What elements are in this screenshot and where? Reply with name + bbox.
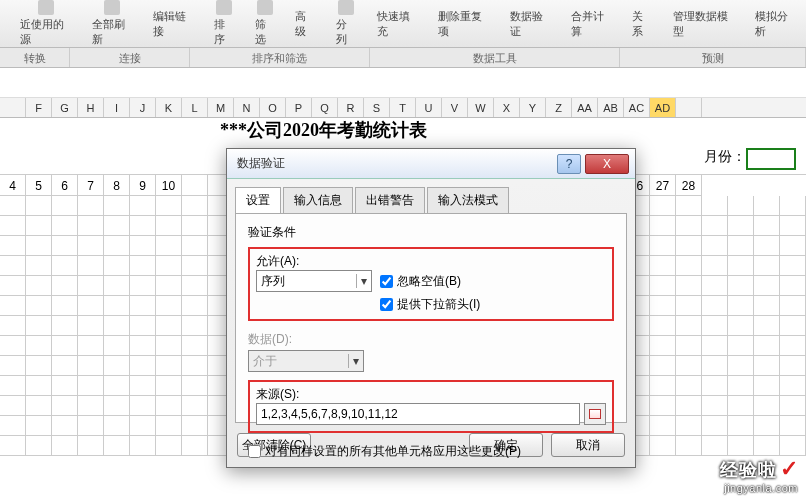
grid-cell[interactable]: [702, 216, 728, 236]
column-header[interactable]: L: [182, 98, 208, 117]
ribbon-relations[interactable]: 关系: [622, 0, 663, 47]
grid-cell[interactable]: [728, 336, 754, 356]
grid-cell[interactable]: [754, 356, 780, 376]
grid-cell[interactable]: [78, 256, 104, 276]
grid-cell[interactable]: [182, 416, 208, 436]
grid-cell[interactable]: [676, 396, 702, 416]
grid-cell[interactable]: [130, 336, 156, 356]
ribbon-manage-model[interactable]: 管理数据模型: [663, 0, 745, 47]
grid-cell[interactable]: [702, 376, 728, 396]
grid-cell[interactable]: [78, 196, 104, 216]
grid-cell[interactable]: [702, 336, 728, 356]
grid-cell[interactable]: [780, 216, 806, 236]
grid-cell[interactable]: [78, 336, 104, 356]
grid-cell[interactable]: [780, 196, 806, 216]
grid-cell[interactable]: [104, 376, 130, 396]
grid-cell[interactable]: [650, 396, 676, 416]
grid-cell[interactable]: [26, 436, 52, 456]
grid-cell[interactable]: [52, 316, 78, 336]
column-header[interactable]: Y: [520, 98, 546, 117]
column-header[interactable]: V: [442, 98, 468, 117]
grid-cell[interactable]: [676, 376, 702, 396]
grid-cell[interactable]: [754, 216, 780, 236]
column-header[interactable]: N: [234, 98, 260, 117]
grid-cell[interactable]: [702, 356, 728, 376]
grid-cell[interactable]: [182, 336, 208, 356]
allow-combobox[interactable]: 序列 ▾: [256, 270, 372, 292]
ribbon-recent-sources[interactable]: 近使用的源: [10, 0, 82, 47]
grid-cell[interactable]: [156, 416, 182, 436]
grid-cell[interactable]: [650, 436, 676, 456]
grid-cell[interactable]: [780, 316, 806, 336]
grid-cell[interactable]: [754, 436, 780, 456]
ribbon-edit-links[interactable]: 编辑链接: [143, 0, 204, 47]
grid-cell[interactable]: [130, 436, 156, 456]
column-header[interactable]: R: [338, 98, 364, 117]
grid-cell[interactable]: [156, 436, 182, 456]
grid-cell[interactable]: [754, 296, 780, 316]
grid-cell[interactable]: [78, 236, 104, 256]
ribbon-sort[interactable]: 排序: [204, 0, 245, 47]
grid-cell[interactable]: [130, 216, 156, 236]
column-header[interactable]: F: [26, 98, 52, 117]
grid-cell[interactable]: [702, 416, 728, 436]
grid-cell[interactable]: [104, 256, 130, 276]
grid-cell[interactable]: [52, 216, 78, 236]
grid-cell[interactable]: [676, 196, 702, 216]
grid-cell[interactable]: [650, 336, 676, 356]
grid-cell[interactable]: [26, 356, 52, 376]
grid-cell[interactable]: [650, 356, 676, 376]
grid-cell[interactable]: [702, 256, 728, 276]
grid-cell[interactable]: [182, 196, 208, 216]
column-header[interactable]: J: [130, 98, 156, 117]
grid-cell[interactable]: [676, 336, 702, 356]
grid-cell[interactable]: [104, 216, 130, 236]
grid-cell[interactable]: [728, 196, 754, 216]
grid-cell[interactable]: [0, 416, 26, 436]
column-header[interactable]: AA: [572, 98, 598, 117]
grid-cell[interactable]: [754, 396, 780, 416]
grid-cell[interactable]: [182, 236, 208, 256]
grid-cell[interactable]: [78, 376, 104, 396]
grid-cell[interactable]: [780, 356, 806, 376]
dialog-titlebar[interactable]: 数据验证 ? X: [227, 149, 635, 179]
column-header[interactable]: H: [78, 98, 104, 117]
grid-cell[interactable]: [728, 236, 754, 256]
ribbon-refresh-all[interactable]: 全部刷新: [82, 0, 143, 47]
grid-cell[interactable]: [26, 336, 52, 356]
grid-cell[interactable]: [0, 276, 26, 296]
grid-cell[interactable]: [78, 276, 104, 296]
grid-cell[interactable]: [182, 296, 208, 316]
grid-cell[interactable]: [702, 296, 728, 316]
grid-cell[interactable]: [104, 316, 130, 336]
grid-cell[interactable]: [702, 196, 728, 216]
ribbon-data-validation[interactable]: 数据验证: [500, 0, 561, 47]
grid-cell[interactable]: [0, 236, 26, 256]
month-dropdown-cell[interactable]: [746, 148, 796, 170]
day-cell[interactable]: 6: [52, 175, 78, 196]
grid-cell[interactable]: [78, 316, 104, 336]
grid-cell[interactable]: [182, 376, 208, 396]
grid-cell[interactable]: [650, 376, 676, 396]
column-header[interactable]: [0, 98, 26, 117]
grid-cell[interactable]: [676, 256, 702, 276]
grid-cell[interactable]: [754, 236, 780, 256]
grid-cell[interactable]: [26, 376, 52, 396]
grid-cell[interactable]: [780, 436, 806, 456]
grid-cell[interactable]: [702, 436, 728, 456]
day-cell[interactable]: [182, 175, 208, 196]
column-header[interactable]: W: [468, 98, 494, 117]
grid-cell[interactable]: [0, 356, 26, 376]
grid-cell[interactable]: [130, 316, 156, 336]
grid-cell[interactable]: [156, 316, 182, 336]
grid-cell[interactable]: [728, 216, 754, 236]
grid-cell[interactable]: [156, 336, 182, 356]
dialog-close-button[interactable]: X: [585, 154, 629, 174]
grid-cell[interactable]: [676, 416, 702, 436]
ignore-blank-checkbox[interactable]: 忽略空值(B): [380, 273, 461, 290]
grid-cell[interactable]: [52, 396, 78, 416]
grid-cell[interactable]: [156, 196, 182, 216]
grid-cell[interactable]: [650, 276, 676, 296]
column-header[interactable]: P: [286, 98, 312, 117]
column-header[interactable]: AB: [598, 98, 624, 117]
